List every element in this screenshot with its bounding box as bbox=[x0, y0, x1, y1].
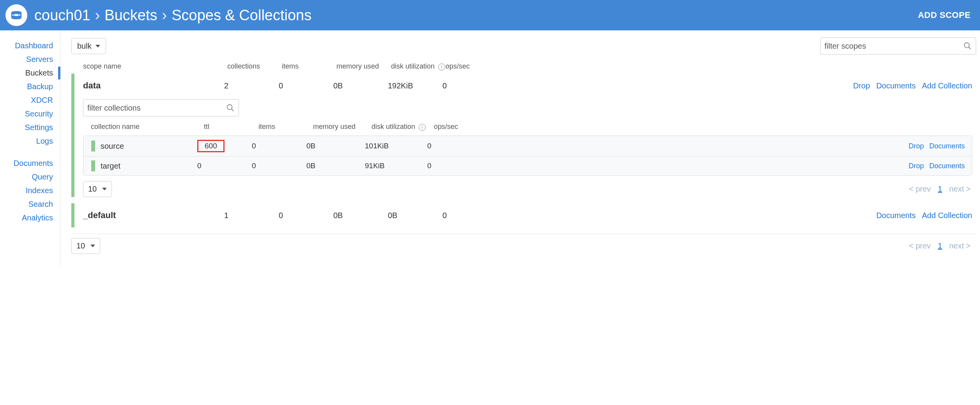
breadcrumb: couch01 › Buckets › Scopes & Collections bbox=[34, 7, 311, 24]
filter-scopes-input[interactable] bbox=[824, 42, 963, 51]
bulk-dropdown[interactable]: bulk bbox=[71, 38, 106, 54]
scope-add-collection-link[interactable]: Add Collection bbox=[922, 211, 972, 220]
scope-collections-count: 1 bbox=[224, 211, 279, 220]
col-disk: disk utilization i bbox=[391, 62, 446, 70]
sidebar-item-settings[interactable]: Settings bbox=[0, 121, 60, 134]
sidebar-item-security[interactable]: Security bbox=[0, 107, 60, 121]
col-ops: ops/sec bbox=[446, 62, 492, 70]
breadcrumb-buckets[interactable]: Buckets bbox=[104, 7, 157, 24]
col-scope-name: scope name bbox=[83, 62, 227, 70]
collection-disk: 101KiB bbox=[365, 142, 427, 150]
scope-memory: 0B bbox=[333, 81, 388, 90]
sidebar-item-search[interactable]: Search bbox=[0, 197, 60, 211]
caret-down-icon bbox=[96, 45, 100, 48]
pager-prev[interactable]: < prev bbox=[909, 185, 931, 194]
sidebar: Dashboard Servers Buckets Backup XDCR Se… bbox=[0, 30, 60, 266]
scope-add-collection-link[interactable]: Add Collection bbox=[922, 81, 972, 90]
sidebar-item-documents[interactable]: Documents bbox=[0, 157, 60, 170]
pager-prev[interactable]: < prev bbox=[909, 241, 931, 250]
filter-collections-box[interactable] bbox=[83, 99, 239, 116]
scope-row[interactable]: data 2 0 0B 192KiB 0 Drop Documents Add … bbox=[74, 74, 976, 98]
scope-columns-header: scope name collections items memory used… bbox=[71, 55, 976, 74]
svg-point-3 bbox=[964, 43, 969, 48]
sidebar-item-indexes[interactable]: Indexes bbox=[0, 184, 60, 197]
scope-items: 0 bbox=[279, 211, 333, 220]
sidebar-item-xdcr[interactable]: XDCR bbox=[0, 93, 60, 107]
scope-collections-count: 2 bbox=[224, 81, 279, 90]
collection-disk: 91KiB bbox=[365, 162, 427, 170]
collection-drop-link[interactable]: Drop bbox=[909, 142, 924, 150]
collection-documents-link[interactable]: Documents bbox=[929, 162, 965, 170]
collection-row[interactable]: source 600 0 0B 101KiB 0 Drop Documents bbox=[83, 136, 972, 157]
scope-drop-link[interactable]: Drop bbox=[853, 81, 870, 90]
pager-next[interactable]: next > bbox=[949, 241, 971, 250]
scope-documents-link[interactable]: Documents bbox=[876, 81, 916, 90]
page-size-value: 10 bbox=[88, 185, 97, 194]
bulk-label: bulk bbox=[77, 42, 92, 51]
collections-table: source 600 0 0B 101KiB 0 Drop Documents … bbox=[83, 136, 972, 176]
sidebar-item-query[interactable]: Query bbox=[0, 170, 60, 184]
filter-scopes-box[interactable] bbox=[820, 37, 976, 55]
collection-ttl-highlighted: 600 bbox=[197, 140, 225, 152]
col-collections: collections bbox=[227, 62, 282, 70]
info-icon[interactable]: i bbox=[438, 63, 445, 70]
scope-disk: 0B bbox=[388, 211, 442, 220]
info-icon[interactable]: i bbox=[419, 124, 426, 131]
pager-page-1[interactable]: 1 bbox=[938, 241, 942, 250]
svg-rect-0 bbox=[14, 14, 18, 16]
scope-items: 0 bbox=[279, 81, 333, 90]
add-scope-button[interactable]: ADD SCOPE bbox=[918, 10, 971, 20]
collections-pager: < prev 1 next > bbox=[909, 185, 976, 194]
svg-point-1 bbox=[12, 14, 14, 16]
sidebar-item-backup[interactable]: Backup bbox=[0, 80, 60, 93]
ccol-ttl: ttl bbox=[204, 123, 258, 131]
collection-name: target bbox=[101, 162, 120, 171]
ccol-name: collection name bbox=[91, 123, 204, 131]
sidebar-item-buckets[interactable]: Buckets bbox=[0, 66, 60, 80]
sidebar-item-servers[interactable]: Servers bbox=[0, 53, 60, 66]
scope-name: data bbox=[83, 81, 224, 91]
scope-block-default: _default 1 0 0B 0B 0 Documents Add Colle… bbox=[71, 203, 976, 227]
chevron-right-icon: › bbox=[95, 7, 100, 24]
main-content: bulk scope name collections items memory… bbox=[60, 30, 980, 266]
scope-documents-link[interactable]: Documents bbox=[876, 211, 916, 220]
filter-collections-input[interactable] bbox=[87, 104, 226, 113]
scope-disk: 192KiB bbox=[388, 81, 442, 90]
scope-name: _default bbox=[83, 210, 224, 220]
sidebar-item-dashboard[interactable]: Dashboard bbox=[0, 39, 60, 53]
col-memory: memory used bbox=[336, 62, 391, 70]
ccol-disk: disk utilization i bbox=[371, 123, 434, 131]
col-items: items bbox=[282, 62, 336, 70]
scope-ops: 0 bbox=[442, 81, 489, 90]
scope-memory: 0B bbox=[333, 211, 388, 220]
scope-block-data: data 2 0 0B 192KiB 0 Drop Documents Add … bbox=[71, 74, 976, 197]
breadcrumb-node[interactable]: couch01 bbox=[34, 7, 90, 24]
search-icon bbox=[963, 42, 972, 50]
page-size-dropdown[interactable]: 10 bbox=[71, 238, 100, 254]
status-bar-icon bbox=[91, 160, 95, 171]
collection-drop-link[interactable]: Drop bbox=[909, 162, 924, 170]
sidebar-item-logs[interactable]: Logs bbox=[0, 134, 60, 148]
pager-page-1[interactable]: 1 bbox=[938, 185, 942, 194]
scope-ops: 0 bbox=[442, 211, 489, 220]
scope-row[interactable]: _default 1 0 0B 0B 0 Documents Add Colle… bbox=[74, 203, 976, 227]
scopes-pager: < prev 1 next > bbox=[909, 241, 976, 250]
ccol-memory: memory used bbox=[313, 123, 371, 131]
caret-down-icon bbox=[90, 245, 95, 247]
svg-point-5 bbox=[227, 105, 232, 110]
caret-down-icon bbox=[102, 188, 107, 190]
pager-next[interactable]: next > bbox=[949, 185, 971, 194]
status-bar-icon bbox=[91, 141, 95, 151]
collection-ttl: 0 bbox=[197, 162, 252, 170]
collection-memory: 0B bbox=[306, 162, 365, 170]
collection-documents-link[interactable]: Documents bbox=[929, 142, 965, 150]
chevron-right-icon: › bbox=[162, 7, 167, 24]
sidebar-item-analytics[interactable]: Analytics bbox=[0, 211, 60, 225]
collection-row[interactable]: target 0 0 0B 91KiB 0 Drop Documents bbox=[83, 157, 972, 175]
svg-line-6 bbox=[232, 109, 234, 111]
svg-line-4 bbox=[969, 47, 971, 49]
collection-items: 0 bbox=[252, 162, 306, 170]
page-size-dropdown[interactable]: 10 bbox=[83, 181, 112, 197]
search-icon bbox=[226, 104, 235, 112]
collection-ops: 0 bbox=[427, 142, 466, 150]
